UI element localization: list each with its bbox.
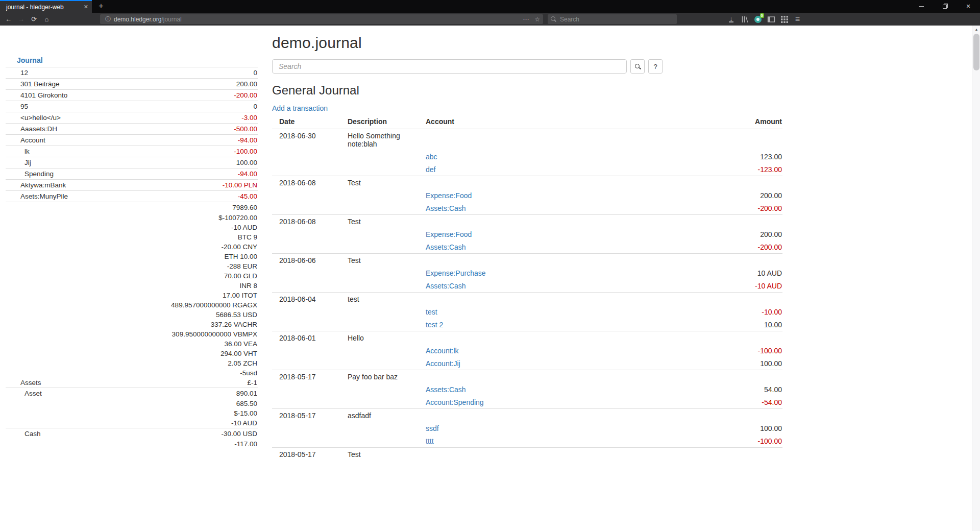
sidebar-account-link[interactable]: Aktywa:mBank xyxy=(6,181,66,189)
sidebar-account-link[interactable]: 12 xyxy=(6,69,28,77)
sidebar-account-row: <u>hello</u>-3.00 xyxy=(6,112,258,123)
posting-account-link[interactable]: test 2 xyxy=(426,321,443,329)
apps-grid-icon[interactable] xyxy=(780,15,789,23)
posting-account-link[interactable]: Expense:Food xyxy=(426,191,472,200)
back-icon[interactable]: ← xyxy=(2,15,15,23)
posting-account-link[interactable]: tttt xyxy=(426,437,434,445)
sidebar-account-balance: -10.00 PLN xyxy=(223,181,257,189)
sidebar-account-link[interactable]: Asset xyxy=(6,390,42,397)
posting-account-link[interactable]: Account:Jij xyxy=(426,359,460,368)
sidebar-account-link[interactable]: Jij xyxy=(6,159,31,166)
posting-row: Assets:Cash-200.00 xyxy=(272,202,782,215)
sidebar-account-link[interactable]: Spending xyxy=(6,170,54,178)
journal-search-button[interactable] xyxy=(630,59,645,74)
posting-account-link[interactable]: Assets:Cash xyxy=(426,385,466,394)
transaction-row[interactable]: 2018-05-17Test xyxy=(272,448,782,461)
sidebar-account-link[interactable]: Asets:MunyPile xyxy=(6,192,68,200)
library-icon[interactable] xyxy=(740,15,749,23)
posting-account-link[interactable]: def xyxy=(426,165,435,174)
forward-icon[interactable]: → xyxy=(15,15,28,23)
journal-search-form: ? xyxy=(272,59,782,74)
section-heading: General Journal xyxy=(272,83,782,98)
posting-account-link[interactable]: test xyxy=(426,308,437,316)
sidebar-account-row: 950 xyxy=(6,101,258,112)
sidebar-account-balance: BTC 9 xyxy=(238,233,257,241)
posting-account-link[interactable]: Expense:Purchase xyxy=(426,269,486,277)
posting-row: Account:Spending-54.00 xyxy=(272,396,782,409)
sidebar-account-link[interactable]: 4101 Girokonto xyxy=(6,91,67,99)
sidebar-toggle-icon[interactable] xyxy=(767,15,775,23)
transaction-row[interactable]: 2018-06-08Test xyxy=(272,215,782,228)
posting-row: test-10.00 xyxy=(272,305,782,318)
restore-icon[interactable] xyxy=(933,0,957,13)
transaction-row[interactable]: 2018-06-04test xyxy=(272,293,782,306)
url-bar[interactable]: ⓘ demo.hledger.org/journal ⋯ ☆ xyxy=(100,14,543,24)
transaction-description: Test xyxy=(340,448,419,461)
search-help-button[interactable]: ? xyxy=(648,59,663,74)
sidebar-account-balance: $-15.00 xyxy=(234,409,257,417)
extension-icon[interactable]: 0 xyxy=(753,15,762,23)
main-content: demo.journal ? General Journal Add a tra… xyxy=(272,26,782,461)
toolbar-search-input[interactable] xyxy=(560,16,662,23)
site-info-icon[interactable]: ⓘ xyxy=(105,15,111,23)
transaction-row[interactable]: 2018-06-08Test xyxy=(272,176,782,189)
page-title: demo.journal xyxy=(272,34,782,52)
sidebar-account-list: 120301 Beiträge200.004101 Girokonto-200.… xyxy=(6,67,258,449)
sidebar-account-link[interactable]: <u>hello</u> xyxy=(6,114,61,122)
reload-icon[interactable]: ⟳ xyxy=(28,15,40,23)
posting-account-link[interactable]: ssdf xyxy=(426,424,439,432)
toolbar-search[interactable] xyxy=(548,14,677,24)
sidebar-account-row: 7989.60 xyxy=(6,202,258,213)
journal-table: Date Description Account Amount 2018-06-… xyxy=(272,115,782,461)
tab-close-icon[interactable]: ✕ xyxy=(84,4,88,10)
transaction-row[interactable]: 2018-06-01Hello xyxy=(272,331,782,345)
journal-search-input[interactable] xyxy=(272,59,627,74)
posting-account-link[interactable]: Assets:Cash xyxy=(426,243,466,251)
sidebar-account-link[interactable]: Cash xyxy=(6,430,41,438)
add-transaction-link[interactable]: Add a transaction xyxy=(272,104,328,112)
posting-account-link[interactable]: Assets:Cash xyxy=(426,204,466,212)
sidebar-journal-link[interactable]: Journal xyxy=(6,55,43,67)
posting-account-link[interactable]: Expense:Food xyxy=(426,230,472,238)
sidebar-account-link[interactable]: lk xyxy=(6,148,30,155)
transaction-description: Pay foo bar baz xyxy=(340,370,419,383)
scroll-up-icon[interactable]: ▲ xyxy=(972,26,980,33)
bookmark-star-icon[interactable]: ☆ xyxy=(534,16,540,23)
search-icon xyxy=(551,16,557,22)
downloads-icon[interactable]: ↓ xyxy=(727,15,736,23)
sidebar-account-link[interactable]: 301 Beiträge xyxy=(6,80,60,88)
sidebar-account-row: 4101 Girokonto-200.00 xyxy=(6,89,258,101)
sidebar-account-row: 2.05 ZCH xyxy=(6,358,258,368)
sidebar-account-balance: -10 AUD xyxy=(231,419,257,427)
sidebar-account-link[interactable]: Aaasets:DH xyxy=(6,125,57,133)
posting-account-link[interactable]: abc xyxy=(426,153,437,161)
page-scrollbar[interactable]: ▲ xyxy=(972,26,980,531)
transaction-description: Hello xyxy=(340,331,419,345)
sidebar-account-link[interactable]: 95 xyxy=(6,103,28,110)
tab-title: journal - hledger-web xyxy=(6,4,81,11)
sidebar-account-balance: 685.50 xyxy=(236,400,257,407)
transaction-row[interactable]: 2018-06-30Hello Something note:blah xyxy=(272,129,782,151)
menu-icon[interactable]: ≡ xyxy=(793,15,802,23)
transaction-row[interactable]: 2018-05-17asdfadf xyxy=(272,409,782,422)
sidebar-account-link[interactable]: Account xyxy=(6,136,45,144)
transaction-row[interactable]: 2018-06-06Test xyxy=(272,254,782,267)
sidebar-account-link[interactable]: Assets xyxy=(6,379,41,387)
new-tab-button[interactable]: + xyxy=(94,0,108,13)
sidebar-account-row: -117.00 xyxy=(6,439,258,449)
page-actions-icon[interactable]: ⋯ xyxy=(523,16,529,23)
column-header-date: Date xyxy=(272,115,340,129)
posting-account-link[interactable]: Account:Spending xyxy=(426,398,484,406)
posting-account-link[interactable]: Assets:Cash xyxy=(426,282,466,290)
sidebar-account-row: 337.26 VACHR xyxy=(6,320,258,329)
home-icon[interactable]: ⌂ xyxy=(40,15,53,23)
window-close-icon[interactable]: ✕ xyxy=(957,0,980,13)
transaction-date: 2018-06-08 xyxy=(272,215,340,228)
scrollbar-thumb[interactable] xyxy=(973,34,979,70)
posting-account-link[interactable]: Account:lk xyxy=(426,347,459,355)
minimize-icon[interactable] xyxy=(910,0,933,13)
sidebar-account-balance: 0 xyxy=(253,103,257,110)
browser-tab[interactable]: journal - hledger-web ✕ xyxy=(0,0,92,13)
posting-amount: 200.00 xyxy=(670,228,782,240)
transaction-row[interactable]: 2018-05-17Pay foo bar baz xyxy=(272,370,782,383)
